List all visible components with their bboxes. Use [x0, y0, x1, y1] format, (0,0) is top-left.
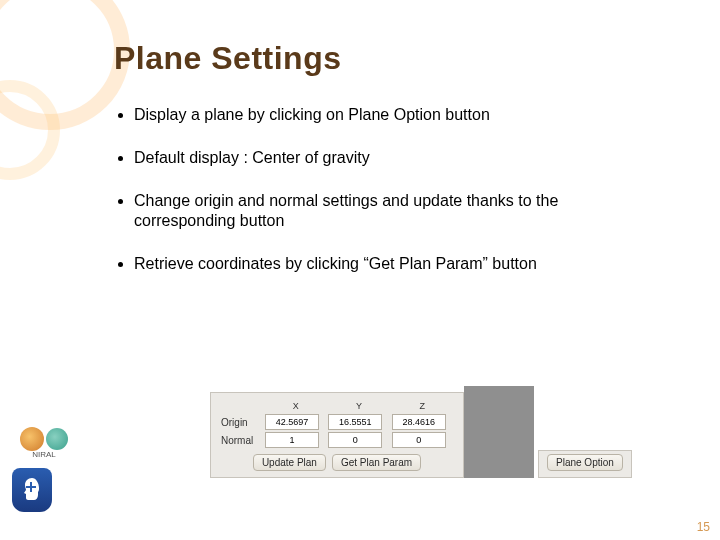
niral-logo-label: NIRAL: [32, 450, 56, 459]
bullet-list: Display a plane by clicking on Plane Opt…: [110, 105, 660, 275]
origin-y-input[interactable]: [328, 414, 382, 430]
bullet-item: Default display : Center of gravity: [134, 148, 660, 169]
col-header-x: X: [265, 401, 326, 412]
row-label-normal: Normal: [221, 432, 263, 448]
plane-parameters-panel: X Y Z Origin Normal Update: [210, 392, 464, 478]
settings-panel-screenshot: X Y Z Origin Normal Update: [210, 386, 632, 478]
normal-z-input[interactable]: [392, 432, 446, 448]
logo-stack: NIRAL: [12, 418, 76, 512]
normal-x-input[interactable]: [265, 432, 319, 448]
row-label-origin: Origin: [221, 414, 263, 430]
update-plan-button[interactable]: Update Plan: [253, 454, 326, 471]
origin-z-input[interactable]: [392, 414, 446, 430]
bullet-item: Display a plane by clicking on Plane Opt…: [134, 105, 660, 126]
panel-gap: [464, 386, 534, 478]
origin-x-input[interactable]: [265, 414, 319, 430]
get-plan-param-button[interactable]: Get Plan Param: [332, 454, 421, 471]
page-number: 15: [697, 520, 710, 534]
plane-option-button[interactable]: Plane Option: [547, 454, 623, 471]
slide: Plane Settings Display a plane by clicki…: [0, 0, 720, 540]
medical-head-logo-icon: [12, 468, 52, 512]
bullet-item: Change origin and normal settings and up…: [134, 191, 660, 233]
normal-y-input[interactable]: [328, 432, 382, 448]
col-header-y: Y: [328, 401, 389, 412]
bullet-item: Retrieve coordinates by clicking “Get Pl…: [134, 254, 660, 275]
niral-logo-icon: NIRAL: [12, 418, 76, 460]
col-header-z: Z: [392, 401, 453, 412]
page-title: Plane Settings: [114, 40, 660, 77]
plane-option-panel: Plane Option: [538, 450, 632, 478]
